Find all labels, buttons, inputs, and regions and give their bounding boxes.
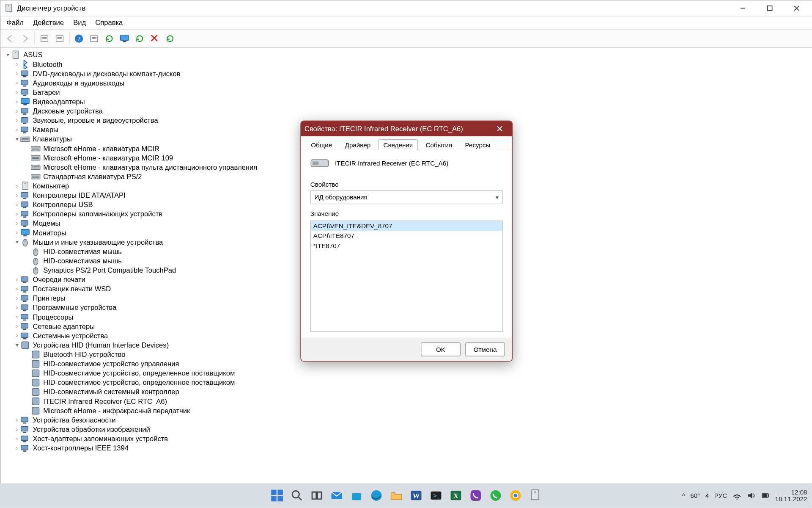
hid-icon <box>31 359 40 369</box>
tb-back-button[interactable] <box>3 32 17 46</box>
tray-indicator[interactable]: 4 <box>705 492 709 499</box>
arrow-left-icon <box>5 34 14 43</box>
tree-h6[interactable]: Microsoft eHome - инфракрасный передатчи… <box>2 406 810 415</box>
svg-rect-21 <box>271 490 276 495</box>
value-listbox[interactable]: ACPI\VEN_ITE&DEV_8707 ACPI\ITE8707 *ITE8… <box>310 221 503 332</box>
tree-ieee1394[interactable]: ›Хост-контроллеры IEEE 1394 <box>2 444 810 453</box>
tab-resources[interactable]: Ресурсы <box>460 139 496 150</box>
chrome-icon <box>509 489 521 502</box>
taskbar-terminal[interactable]: >_ <box>428 487 444 504</box>
keyboard-icon <box>20 135 30 144</box>
grid-icon <box>89 34 99 43</box>
tab-general[interactable]: Общие <box>306 139 337 150</box>
tree-h3[interactable]: HID-совместимое устройство, определенное… <box>2 378 810 387</box>
tree-video[interactable]: ›Видеоадаптеры <box>2 97 810 106</box>
taskview-icon <box>311 490 323 502</box>
taskbar[interactable]: W >_ X ^ 60° 4 РУС 12:08 18.11.2022 <box>0 483 812 508</box>
menu-help[interactable]: Справка <box>91 17 127 28</box>
tree-imaging[interactable]: ›Устройства обработки изображений <box>2 425 810 434</box>
printer-icon <box>20 275 30 284</box>
tb-properties-button[interactable] <box>52 32 66 46</box>
hid-icon <box>31 369 40 378</box>
store-icon <box>350 489 362 502</box>
taskbar-mail[interactable] <box>328 487 345 504</box>
taskbar-word[interactable]: W <box>408 487 424 504</box>
cancel-button[interactable]: Отмена <box>465 342 505 356</box>
tb-scan-hardware-button[interactable] <box>163 32 177 46</box>
modem-icon <box>20 219 30 228</box>
menu-view[interactable]: Вид <box>69 17 91 28</box>
search-button[interactable] <box>288 487 305 504</box>
tb-show-hide-tree-button[interactable] <box>37 32 51 46</box>
wifi-icon[interactable] <box>732 491 742 500</box>
tb-action-button[interactable] <box>87 32 101 46</box>
tree-root[interactable]: ▾ASUS <box>2 50 810 60</box>
battery-icon[interactable] <box>762 491 770 500</box>
tree-storagehost[interactable]: ›Хост-адаптеры запоминающих устройств <box>2 434 810 443</box>
sound-icon <box>20 116 30 125</box>
tb-help-button[interactable] <box>72 32 86 46</box>
tb-enable-button[interactable] <box>133 32 147 46</box>
update-icon <box>104 34 114 43</box>
list-item[interactable]: ACPI\VEN_ITE&DEV_8707 <box>311 221 502 231</box>
tb-forward-button[interactable] <box>18 32 32 46</box>
titlebar[interactable]: Диспетчер устройств <box>0 0 812 16</box>
tray-chevron[interactable]: ^ <box>682 492 685 499</box>
taskbar-devmgr[interactable] <box>527 487 543 504</box>
list-item[interactable]: *ITE8707 <box>311 241 502 251</box>
maximize-button[interactable] <box>756 0 783 16</box>
svg-rect-30 <box>351 493 361 500</box>
close-icon <box>497 126 503 132</box>
tb-uninstall-button[interactable] <box>148 32 162 46</box>
tree-audio[interactable]: ›Аудиовходы и аудиовыходы <box>2 78 810 88</box>
start-button[interactable] <box>269 487 285 504</box>
taskbar-excel[interactable]: X <box>447 487 464 504</box>
tab-details[interactable]: Сведения <box>378 139 418 150</box>
taskbar-whatsapp[interactable] <box>487 487 504 504</box>
monitor-icon <box>20 228 30 237</box>
menu-action[interactable]: Действие <box>28 17 69 28</box>
taskbar-store[interactable] <box>348 487 365 504</box>
tab-driver[interactable]: Драйвер <box>340 139 376 150</box>
svg-rect-23 <box>271 496 276 501</box>
mouse-icon <box>31 265 40 275</box>
tree-h4[interactable]: HID-совместимый системный контроллер <box>2 387 810 397</box>
list-item[interactable]: ACPI\ITE8707 <box>311 231 502 241</box>
property-combo[interactable]: ИД оборудования ▾ <box>310 190 503 204</box>
battery-icon <box>20 88 30 97</box>
terminal-icon: >_ <box>429 489 442 502</box>
tree-battery[interactable]: ›Батареи <box>2 88 810 97</box>
folder-icon <box>390 489 402 502</box>
close-button[interactable] <box>783 0 810 16</box>
ok-button[interactable]: OK <box>421 342 461 356</box>
tree-h2[interactable]: HID-совместимое устройство, определенное… <box>2 369 810 378</box>
taskbar-chrome[interactable] <box>507 487 524 504</box>
taskbar-edge[interactable] <box>368 487 384 504</box>
tab-events[interactable]: События <box>420 139 458 150</box>
tray-lang[interactable]: РУС <box>714 492 727 499</box>
disk-icon <box>20 107 30 116</box>
tree-bluetooth[interactable]: ›Bluetooth <box>2 60 810 69</box>
tb-update-driver-button[interactable] <box>102 32 116 46</box>
property-combo-value: ИД оборудования <box>315 193 368 201</box>
hid-icon <box>31 378 40 387</box>
minimize-button[interactable] <box>730 0 757 16</box>
volume-icon[interactable] <box>747 491 756 500</box>
tray-temp[interactable]: 60° <box>690 492 700 499</box>
hid-icon <box>31 397 40 406</box>
hid-icon <box>31 406 40 415</box>
dialog-titlebar[interactable]: Свойства: ITECIR Infrared Receiver (EC R… <box>301 121 512 136</box>
tray-clock[interactable]: 12:08 18.11.2022 <box>775 489 807 502</box>
svg-rect-22 <box>277 490 283 495</box>
tree-dvd[interactable]: ›DVD-дисководы и дисководы компакт-диско… <box>2 69 810 78</box>
menu-file[interactable]: Файл <box>2 17 28 28</box>
system-icon <box>20 331 30 340</box>
dialog-close-button[interactable] <box>491 121 508 136</box>
taskbar-explorer[interactable] <box>388 487 404 504</box>
tree-security[interactable]: ›Устройства безопасности <box>2 415 810 425</box>
tree-h5[interactable]: ITECIR Infrared Receiver (EC RTC_A6) <box>2 397 810 406</box>
tb-scan-button[interactable] <box>118 32 132 46</box>
taskview-button[interactable] <box>308 487 325 504</box>
tree-disk[interactable]: ›Дисковые устройства <box>2 107 810 116</box>
taskbar-viber[interactable] <box>467 487 484 504</box>
